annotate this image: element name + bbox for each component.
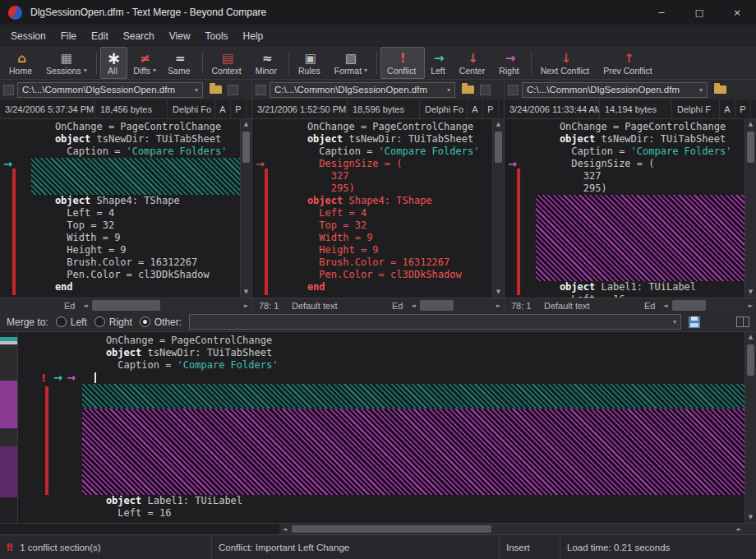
menu-edit[interactable]: Edit (84, 27, 116, 45)
folder-icon (714, 85, 726, 94)
chevron-down-icon: ▾ (195, 86, 198, 94)
scroll-down-icon[interactable]: ▼ (241, 287, 251, 298)
maximize-button[interactable]: □ (680, 0, 718, 25)
file-date: 3/21/2006 1:52:50 PM (252, 99, 348, 118)
scroll-down-icon[interactable]: ▼ (745, 287, 756, 298)
save-button[interactable] (689, 316, 700, 328)
output-code[interactable]: OnChange = PageControlChange object tsNe… (82, 332, 744, 523)
scroll-right-icon[interactable]: ► (745, 303, 756, 309)
merge-target-left-radio[interactable]: Left (56, 316, 87, 328)
toolbar-button-center[interactable]: ↓ Center (454, 47, 494, 79)
scrollbar-track[interactable] (671, 298, 745, 312)
load-time: Load time: 0.21 seconds (567, 543, 670, 552)
toolbar-button-rules[interactable]: ▣ Rules (293, 47, 329, 79)
scroll-up-icon[interactable]: ▲ (493, 119, 504, 130)
toolbar-button-all[interactable]: ∗ All (100, 47, 128, 79)
right-path-value: C:\...\Common\DlgSessionOpen.dfm (527, 85, 696, 95)
code-line: Caption = 'Compare Folders' (536, 146, 744, 158)
toolbar-button-context[interactable]: ▤ Context (206, 47, 250, 79)
pane-menu-icon[interactable] (480, 85, 491, 95)
scroll-left-icon[interactable]: ◄ (279, 526, 290, 533)
center-pane-hscrollbar[interactable]: ◄ ► (408, 298, 504, 312)
scrollbar-thumb[interactable] (92, 300, 159, 311)
right-pane-hscrollbar[interactable]: ◄ ► (660, 298, 756, 312)
overview-map[interactable] (0, 332, 18, 523)
output-hscrollbar[interactable]: ◄ ► (279, 524, 744, 534)
scroll-left-icon[interactable]: ◄ (660, 303, 671, 309)
scroll-up-icon[interactable]: ▲ (241, 119, 251, 130)
left-pane-code[interactable]: OnChange = PageControlChange object tsNe… (31, 119, 240, 298)
close-button[interactable]: × (718, 0, 756, 25)
conflict-section-bar (265, 169, 268, 295)
scrollbar-thumb[interactable] (747, 344, 754, 376)
minimize-button[interactable]: ─ (643, 0, 680, 25)
scroll-right-icon[interactable]: ► (493, 303, 504, 309)
toolbar-button-home[interactable]: ⌂ Home (3, 47, 40, 79)
toolbar-button-left[interactable]: → Left (425, 47, 454, 79)
scroll-down-icon[interactable]: ▼ (745, 512, 756, 523)
scrollbar-thumb[interactable] (747, 132, 754, 163)
right-browse-button[interactable] (711, 82, 729, 98)
scrollbar-thumb[interactable] (495, 132, 502, 163)
toolbar-button-diffs[interactable]: ≠ Diffs▾ (127, 47, 162, 79)
scroll-left-icon[interactable]: ◄ (80, 303, 90, 309)
scroll-down-icon[interactable]: ▼ (493, 287, 504, 298)
menu-tools[interactable]: Tools (198, 27, 236, 45)
toolbar-button-minor[interactable]: ≈ Minor (250, 47, 285, 79)
menu-file[interactable]: File (53, 27, 84, 45)
output-vscrollbar[interactable]: ▲ ▼ (744, 332, 756, 523)
scroll-up-icon[interactable]: ▲ (745, 332, 756, 343)
pane-menu-icon[interactable] (228, 85, 238, 95)
toolbar-button-label: Left (431, 66, 445, 76)
scroll-right-icon[interactable]: ► (241, 303, 251, 309)
scrollbar-track[interactable] (493, 130, 504, 287)
toolbar-button-label: Format (334, 66, 362, 76)
toolbar-button-label: Same (168, 66, 190, 76)
center-pane-code[interactable]: OnChange = PageControlChange object tsNe… (284, 119, 492, 298)
scrollbar-track[interactable] (90, 298, 241, 312)
left-pane-vscrollbar[interactable]: ▲ ▼ (240, 119, 251, 298)
menu-help[interactable]: Help (236, 27, 271, 45)
scrollbar-thumb[interactable] (292, 525, 491, 533)
file-encoding-flag: A (468, 99, 483, 118)
merge-target-other-radio[interactable]: Other: (140, 316, 182, 328)
scrollbar-track[interactable] (745, 130, 756, 287)
toolbar-button-prev-conflict[interactable]: ↑ Prev Conflict (597, 47, 661, 79)
menu-search[interactable]: Search (116, 27, 162, 45)
toolbar-button-format[interactable]: ▧ Format▾ (329, 47, 373, 79)
toolbar-button-conflict[interactable]: ! Conflict (380, 47, 425, 79)
toolbar-button-next-conflict[interactable]: ↓ Next Conflict (535, 47, 598, 79)
scroll-up-icon[interactable]: ▲ (745, 119, 756, 130)
scrollbar-thumb[interactable] (242, 132, 250, 163)
right-path-combobox[interactable]: C:\...\Common\DlgSessionOpen.dfm ▾ (522, 82, 708, 98)
scrollbar-track[interactable] (290, 524, 734, 534)
scrollbar-thumb[interactable] (420, 300, 454, 311)
left-path-combobox[interactable]: C:\...\Common\DlgSessionOpen.dfm ▾ (17, 82, 203, 98)
merge-target-right-radio[interactable]: Right (94, 316, 132, 328)
panes-layout-button[interactable] (736, 316, 749, 327)
center-path-combobox[interactable]: C:\...\Common\DlgSessionOpen.dfm ▾ (270, 82, 455, 98)
scrollbar-track[interactable] (745, 343, 756, 512)
code-line: OnChange = PageControlChange (82, 335, 744, 347)
scroll-left-icon[interactable]: ◄ (408, 303, 418, 309)
scrollbar-thumb[interactable] (672, 300, 706, 311)
scrollbar-track[interactable] (241, 130, 251, 287)
right-pane-vscrollbar[interactable]: ▲ ▼ (744, 119, 756, 298)
scrollbar-track[interactable] (418, 298, 493, 312)
left-browse-button[interactable] (206, 82, 224, 98)
code-line: object Label1: TUiLabel (536, 281, 744, 293)
merge-output-combobox[interactable]: ▾ (189, 314, 681, 330)
menu-view[interactable]: View (162, 27, 198, 45)
merge-output-pane: ! → → OnChange = PageControlChange objec… (0, 332, 756, 523)
left-pane-hscrollbar[interactable]: ◄ ► (80, 298, 251, 312)
toolbar-button-right[interactable]: → Right (493, 47, 528, 79)
toolbar-button-same[interactable]: = Same (162, 47, 198, 79)
center-browse-button[interactable] (459, 82, 477, 98)
merge-to-label: Merge to: (7, 316, 48, 328)
center-pane-vscrollbar[interactable]: ▲ ▼ (492, 119, 504, 298)
toolbar-button-sessions[interactable]: ▦ Sessions▾ (40, 47, 93, 79)
scroll-right-icon[interactable]: ► (734, 526, 744, 533)
menu-session[interactable]: Session (3, 27, 53, 45)
right-pane-code[interactable]: OnChange = PageControlChange object tsNe… (536, 119, 744, 298)
same-icon: = (175, 51, 186, 66)
